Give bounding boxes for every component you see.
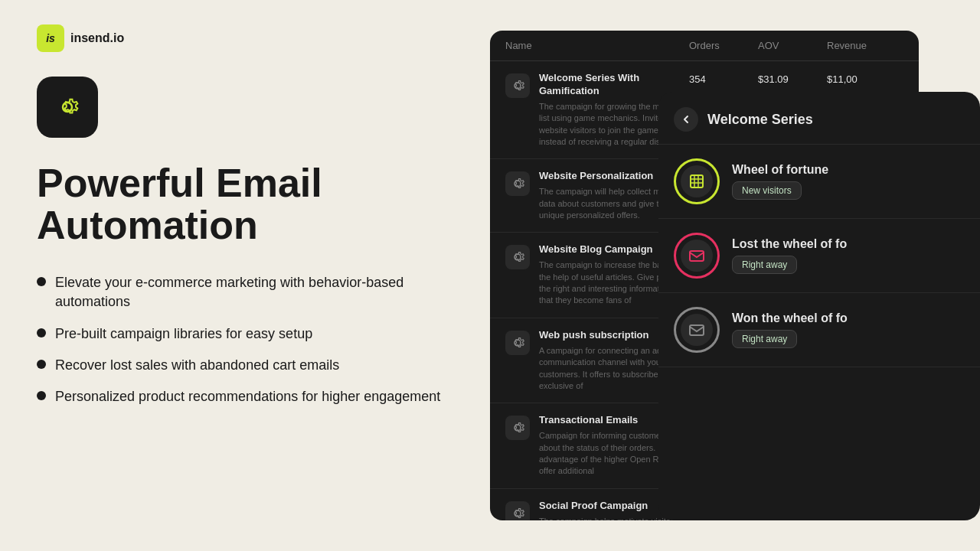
bullet-icon: [37, 328, 46, 337]
workflow-item[interactable]: Won the wheel of fo Right away: [658, 293, 980, 367]
workflow-icon-circle-green: [674, 158, 720, 204]
detail-panel: Welcome Series Wheel of fortune New visi…: [658, 92, 980, 520]
feature-item: Personalized product recommendations for…: [37, 387, 469, 406]
feature-item: Recover lost sales with abandoned cart e…: [37, 356, 469, 375]
logo-icon: is: [37, 24, 64, 52]
campaign-gear-icon: [505, 416, 530, 440]
svg-rect-13: [690, 325, 704, 335]
orders-metric: 354: [689, 72, 758, 85]
svg-rect-1: [505, 171, 530, 196]
svg-rect-3: [505, 331, 530, 355]
logo-text: insend.io: [70, 31, 124, 45]
workflow-badge: Right away: [732, 330, 797, 348]
svg-rect-4: [505, 416, 530, 440]
gear-icon: [51, 90, 84, 124]
workflow-badge: Right away: [732, 256, 797, 274]
svg-rect-0: [505, 73, 530, 98]
svg-rect-2: [505, 245, 530, 269]
workflow-title: Lost the wheel of fo: [732, 237, 847, 251]
workflow-badge: New visitors: [732, 181, 802, 200]
col-aov: AOV: [758, 40, 827, 51]
revenue-metric: $11,00: [827, 72, 903, 85]
workflow-item[interactable]: Wheel of fortune New visitors: [658, 145, 980, 219]
bullet-icon: [37, 360, 46, 369]
svg-rect-12: [690, 251, 704, 261]
back-button[interactable]: [674, 107, 698, 132]
campaign-gear-icon: [505, 501, 530, 520]
email-icon: [688, 321, 706, 339]
workflow-details: Wheel of fortune New visitors: [732, 163, 828, 200]
col-orders: Orders: [689, 40, 758, 51]
feature-text: Pre-built campaign libraries for easy se…: [55, 324, 312, 344]
col-name: Name: [505, 40, 689, 51]
workflow-title: Won the wheel of fo: [732, 311, 848, 325]
workflow-icon-circle-pink: [674, 233, 720, 279]
col-revenue: Revenue: [827, 40, 903, 51]
feature-text: Recover lost sales with abandoned cart e…: [55, 356, 339, 375]
gear-app-icon: [37, 77, 98, 138]
bullet-icon: [37, 391, 46, 400]
campaign-gear-icon: [505, 245, 530, 269]
feature-item: Pre-built campaign libraries for easy se…: [37, 324, 469, 344]
workflow-item[interactable]: Lost the wheel of fo Right away: [658, 219, 980, 293]
bullet-icon: [37, 277, 46, 286]
wheel-icon: [688, 172, 706, 191]
workflow-icon-circle-white: [674, 307, 720, 353]
workflow-details: Lost the wheel of fo Right away: [732, 237, 847, 274]
workflow-icon-inner: [681, 240, 713, 272]
chevron-left-icon: [680, 113, 692, 126]
feature-text: Personalized product recommendations for…: [55, 387, 440, 406]
right-panels: Name Orders AOV Revenue Welcome Series W…: [490, 0, 980, 551]
detail-header: Welcome Series: [658, 92, 980, 145]
feature-item: Elevate your e-commerce marketing with b…: [37, 273, 469, 311]
campaign-gear-icon: [505, 171, 530, 196]
svg-rect-7: [691, 175, 703, 187]
email-icon: [688, 246, 706, 265]
workflow-title: Wheel of fortune: [732, 163, 828, 177]
feature-text: Elevate your e-commerce marketing with b…: [55, 273, 469, 311]
left-panel: is insend.io Powerful Email Automation E…: [0, 0, 505, 551]
workflow-icon-inner: [681, 314, 713, 346]
main-headline: Powerful Email Automation: [37, 162, 469, 246]
detail-title: Welcome Series: [707, 112, 813, 128]
features-list: Elevate your e-commerce marketing with b…: [37, 273, 469, 406]
workflow-icon-inner: [681, 165, 713, 197]
table-header: Name Orders AOV Revenue: [490, 31, 919, 61]
aov-metric: $31.09: [758, 72, 827, 85]
campaign-gear-icon: [505, 73, 530, 98]
workflow-details: Won the wheel of fo Right away: [732, 311, 848, 348]
logo-row: is insend.io: [37, 24, 469, 52]
campaign-gear-icon: [505, 331, 530, 355]
